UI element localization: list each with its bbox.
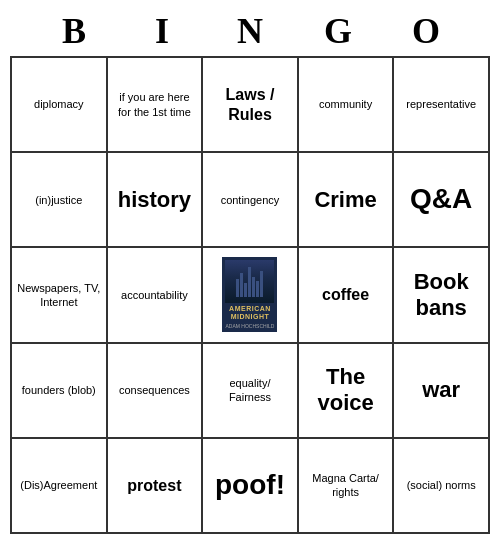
book-title: AMERICAN MIDNIGHT xyxy=(225,305,274,322)
cell-0-2: Laws / Rules xyxy=(203,58,299,153)
cell-text: if you are here for the 1st time xyxy=(112,90,198,119)
cell-text: Crime xyxy=(314,187,376,213)
cell-text: (in)justice xyxy=(35,193,82,207)
cell-text: war xyxy=(422,377,460,403)
cell-3-1: consequences xyxy=(108,344,204,439)
letter-b: B xyxy=(30,10,118,52)
cell-4-1: protest xyxy=(108,439,204,534)
cell-text: history xyxy=(118,187,191,213)
bar xyxy=(248,267,251,297)
bar xyxy=(260,271,263,297)
cell-1-0: (in)justice xyxy=(12,153,108,248)
cell-text: diplomacy xyxy=(34,97,84,111)
cell-2-0: Newspapers, TV, Internet xyxy=(12,248,108,343)
cell-2-4: Book bans xyxy=(394,248,490,343)
bar xyxy=(236,279,239,297)
book-cover-image xyxy=(225,260,274,302)
cell-2-2: AMERICAN MIDNIGHT ADAM HOCHSCHILD xyxy=(203,248,299,343)
cell-0-3: community xyxy=(299,58,395,153)
cell-text: founders (blob) xyxy=(22,383,96,397)
cell-text: representative xyxy=(406,97,476,111)
bar xyxy=(256,281,259,297)
skyline-decoration xyxy=(236,267,263,297)
cell-text: The voice xyxy=(303,364,389,417)
cell-1-1: history xyxy=(108,153,204,248)
bingo-grid: diplomacy if you are here for the 1st ti… xyxy=(10,56,490,534)
cell-3-3: The voice xyxy=(299,344,395,439)
cell-1-2: contingency xyxy=(203,153,299,248)
cell-4-0: (Dis)Agreement xyxy=(12,439,108,534)
letter-n: N xyxy=(206,10,294,52)
cell-0-0: diplomacy xyxy=(12,58,108,153)
letter-o: O xyxy=(382,10,470,52)
letter-g: G xyxy=(294,10,382,52)
cell-text: (social) norms xyxy=(407,478,476,492)
bar xyxy=(240,273,243,297)
bar xyxy=(252,277,255,297)
cell-text: Book bans xyxy=(398,269,484,322)
cell-text: Newspapers, TV, Internet xyxy=(16,281,102,310)
cell-text: (Dis)Agreement xyxy=(20,478,97,492)
bingo-title: B I N G O xyxy=(10,10,490,52)
cell-4-3: Magna Carta/ rights xyxy=(299,439,395,534)
cell-2-3: coffee xyxy=(299,248,395,343)
cell-0-1: if you are here for the 1st time xyxy=(108,58,204,153)
cell-text: equality/ Fairness xyxy=(207,376,293,405)
cell-text: Q&A xyxy=(410,184,472,215)
cell-3-2: equality/ Fairness xyxy=(203,344,299,439)
bar xyxy=(244,283,247,297)
letter-i: I xyxy=(118,10,206,52)
cell-text: community xyxy=(319,97,372,111)
cell-text: protest xyxy=(127,476,181,495)
book-author: ADAM HOCHSCHILD xyxy=(226,323,275,329)
cell-3-4: war xyxy=(394,344,490,439)
cell-3-0: founders (blob) xyxy=(12,344,108,439)
cell-text: Magna Carta/ rights xyxy=(303,471,389,500)
cell-text: accountability xyxy=(121,288,188,302)
cell-2-1: accountability xyxy=(108,248,204,343)
cell-0-4: representative xyxy=(394,58,490,153)
cell-4-2: poof! xyxy=(203,439,299,534)
cell-4-4: (social) norms xyxy=(394,439,490,534)
cell-1-4: Q&A xyxy=(394,153,490,248)
cell-text: poof! xyxy=(215,470,285,501)
cell-text: contingency xyxy=(221,193,280,207)
cell-1-3: Crime xyxy=(299,153,395,248)
cell-text: coffee xyxy=(322,285,369,304)
book-cover: AMERICAN MIDNIGHT ADAM HOCHSCHILD xyxy=(222,257,277,332)
cell-text: Laws / Rules xyxy=(207,85,293,123)
cell-text: consequences xyxy=(119,383,190,397)
